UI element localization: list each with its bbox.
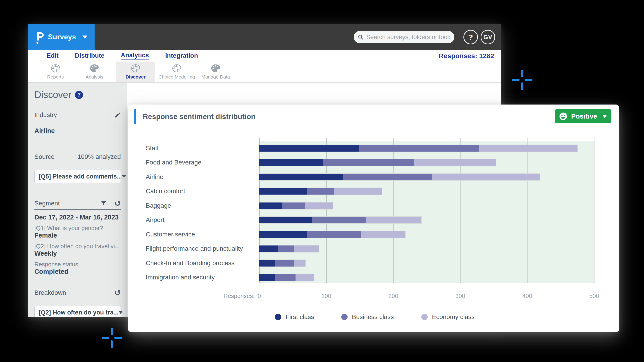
bar-segment-business-class[interactable] — [282, 202, 305, 209]
nav-tab-distribute[interactable]: Distribute — [75, 52, 104, 60]
toolbar-tab-manage-data[interactable]: Manage Data — [196, 62, 235, 82]
reset-icon[interactable]: ↺ — [114, 200, 121, 207]
x-tick-label: 300 — [451, 292, 469, 300]
palette-icon — [211, 64, 220, 73]
nav-tab-integration[interactable]: Integration — [165, 52, 198, 60]
bar-baggage[interactable] — [259, 202, 333, 209]
toolbar-tab-discover[interactable]: Discover — [116, 62, 155, 82]
legend-swatch — [421, 314, 428, 320]
segment-filter-list: Dec 17, 2022 - Mar 16, 2023[Q1] What is … — [34, 214, 121, 275]
sidebar-title: Discover ? — [34, 89, 121, 100]
nav-tab-edit[interactable]: Edit — [46, 52, 58, 60]
bar-segment-economy-class[interactable] — [479, 145, 578, 152]
bar-segment-economy-class[interactable] — [305, 202, 333, 209]
bar-segment-economy-class[interactable] — [334, 188, 382, 194]
breakdown-label: Breakdown — [34, 289, 66, 296]
surveys-product-switcher[interactable]: P Surveys — [28, 24, 94, 50]
bar-segment-first-class[interactable] — [259, 274, 276, 281]
edit-pencil-icon[interactable] — [114, 112, 121, 118]
crosshair-decoration — [512, 70, 532, 90]
industry-value: Airline — [34, 127, 121, 134]
bar-segment-business-class[interactable] — [307, 231, 361, 238]
bar-segment-business-class[interactable] — [312, 217, 366, 223]
bar-segment-economy-class[interactable] — [296, 274, 314, 281]
help-button[interactable]: ? — [464, 30, 478, 44]
toolbar-tab-reports[interactable]: Reports — [36, 62, 75, 82]
nav-tab-analytics[interactable]: Analytics — [121, 52, 149, 60]
bar-airport[interactable] — [259, 217, 421, 223]
bar-segment-economy-class[interactable] — [366, 217, 422, 223]
segment-filter-item: [Q1] What is your gender?Female — [34, 224, 121, 239]
bar-segment-first-class[interactable] — [259, 174, 343, 180]
sentiment-chart-plot — [259, 138, 594, 283]
x-tick-label: 500 — [585, 292, 603, 300]
bar-immigration-and-security[interactable] — [259, 274, 314, 281]
category-label: Flight performance and punctuality — [146, 245, 243, 252]
category-label: Airport — [146, 216, 164, 223]
x-tick-label: 400 — [518, 292, 536, 300]
palette-icon — [131, 64, 140, 73]
bar-segment-economy-class[interactable] — [294, 246, 319, 252]
top-bar: P Surveys ? GV — [28, 24, 501, 50]
bar-segment-business-class[interactable] — [307, 188, 334, 194]
bar-segment-first-class[interactable] — [259, 159, 323, 166]
global-search[interactable] — [354, 31, 454, 43]
bar-segment-business-class[interactable] — [359, 145, 479, 152]
bar-flight-performance-and-punctuality[interactable] — [259, 246, 319, 252]
bar-segment-first-class[interactable] — [259, 202, 282, 209]
bar-segment-economy-class[interactable] — [432, 174, 540, 180]
bar-segment-first-class[interactable] — [259, 217, 312, 223]
bar-customer-service[interactable] — [259, 231, 405, 238]
bar-staff[interactable] — [259, 145, 578, 152]
category-label: Airline — [146, 174, 164, 180]
legend-swatch — [341, 314, 348, 320]
category-label: Baggage — [146, 202, 171, 209]
breakdown-question-dropdown[interactable]: [Q2] How often do you tra... — [34, 306, 121, 317]
sentiment-filter-button[interactable]: Positive — [555, 109, 612, 123]
palette-icon — [90, 64, 99, 73]
brand-logo-icon: P — [36, 30, 46, 44]
card-accent-bar — [134, 109, 136, 124]
avatar[interactable]: GV — [480, 30, 495, 44]
smiley-positive-icon — [559, 112, 568, 120]
filter-funnel-icon[interactable] — [100, 200, 107, 206]
help-badge-icon[interactable]: ? — [75, 91, 83, 99]
divider — [34, 299, 121, 299]
bar-airline[interactable] — [259, 174, 540, 180]
category-label: Immigration and security — [146, 274, 215, 281]
bar-segment-first-class[interactable] — [259, 260, 276, 266]
bar-cabin-comfort[interactable] — [259, 188, 382, 194]
search-input[interactable] — [366, 34, 450, 41]
bar-segment-first-class[interactable] — [259, 231, 307, 238]
bar-segment-first-class[interactable] — [259, 145, 359, 152]
sentiment-filter-label: Positive — [571, 112, 597, 120]
discover-sidebar: Discover ? Industry Airline Source 100% … — [28, 82, 127, 317]
bar-check-in-and-boarding-process[interactable] — [259, 260, 306, 266]
source-label: Source — [34, 153, 54, 160]
bar-food-and-beverage[interactable] — [259, 159, 496, 166]
palette-icon — [51, 64, 60, 73]
legend-item-business-class[interactable]: Business class — [341, 313, 394, 320]
divider — [34, 121, 121, 121]
category-label: Customer service — [146, 231, 195, 238]
bar-segment-economy-class[interactable] — [294, 260, 306, 266]
bar-segment-business-class[interactable] — [276, 260, 294, 266]
x-axis-caption: Responses: — [214, 292, 254, 300]
bar-segment-business-class[interactable] — [323, 159, 414, 166]
bar-segment-business-class[interactable] — [276, 274, 296, 281]
reset-icon[interactable]: ↺ — [114, 289, 121, 296]
source-question-dropdown[interactable]: [Q5] Please add comments... — [34, 170, 121, 183]
bar-segment-economy-class[interactable] — [414, 159, 496, 166]
chevron-down-icon — [122, 175, 126, 178]
bar-segment-first-class[interactable] — [259, 188, 307, 194]
bar-segment-business-class[interactable] — [343, 174, 432, 180]
crosshair-decoration — [102, 328, 122, 348]
bar-segment-business-class[interactable] — [278, 246, 294, 252]
legend-item-first-class[interactable]: First class — [275, 313, 314, 320]
toolbar-tab-choice-modelling[interactable]: Choice Modelling — [157, 62, 196, 82]
toolbar-tab-analysis[interactable]: Analysis — [75, 62, 114, 82]
bar-segment-first-class[interactable] — [259, 246, 278, 252]
legend-item-economy-class[interactable]: Economy class — [421, 313, 474, 320]
bar-segment-economy-class[interactable] — [361, 231, 405, 238]
source-section-header: Source 100% analyzed — [34, 153, 121, 160]
